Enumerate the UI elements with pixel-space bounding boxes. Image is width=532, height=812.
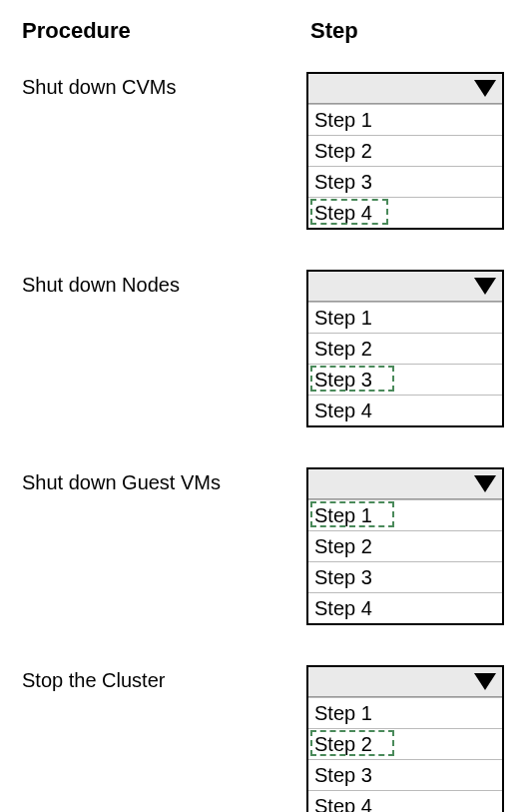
procedure-label: Shut down Nodes (22, 270, 306, 297)
dropdown-option[interactable]: Step 2 (308, 530, 502, 561)
header-step: Step (306, 18, 508, 44)
procedure-label: Shut down CVMs (22, 72, 306, 99)
dropdown-option[interactable]: Step 4 (308, 197, 502, 228)
header-procedure: Procedure (22, 18, 306, 44)
procedure-row: Shut down Nodes Step 1 Step 2 Step 3 Ste… (22, 270, 510, 427)
procedure-row: Stop the Cluster Step 1 Step 2 Step 3 St… (22, 665, 510, 812)
step-dropdown[interactable]: Step 1 Step 2 Step 3 Step 4 (306, 72, 504, 230)
dropdown-option[interactable]: Step 2 (308, 333, 502, 364)
dropdown-header[interactable] (308, 667, 502, 697)
chevron-down-icon (474, 278, 496, 295)
chevron-down-icon (474, 673, 496, 690)
dropdown-option[interactable]: Step 3 (308, 759, 502, 790)
dropdown-option[interactable]: Step 2 (308, 728, 502, 759)
procedure-row: Shut down Guest VMs Step 1 Step 2 Step 3… (22, 467, 510, 625)
chevron-down-icon (474, 80, 496, 97)
dropdown-option[interactable]: Step 3 (308, 364, 502, 395)
step-dropdown[interactable]: Step 1 Step 2 Step 3 Step 4 (306, 665, 504, 812)
dropdown-header[interactable] (308, 469, 502, 499)
dropdown-option[interactable]: Step 4 (308, 790, 502, 812)
step-dropdown[interactable]: Step 1 Step 2 Step 3 Step 4 (306, 270, 504, 427)
procedure-row: Shut down CVMs Step 1 Step 2 Step 3 Step… (22, 72, 510, 230)
procedure-label: Stop the Cluster (22, 665, 306, 692)
dropdown-option[interactable]: Step 2 (308, 135, 502, 166)
dropdown-header[interactable] (308, 272, 502, 302)
step-dropdown[interactable]: Step 1 Step 2 Step 3 Step 4 (306, 467, 504, 625)
dropdown-option[interactable]: Step 1 (308, 499, 502, 530)
dropdown-option[interactable]: Step 3 (308, 166, 502, 197)
dropdown-option[interactable]: Step 1 (308, 104, 502, 135)
dropdown-header[interactable] (308, 74, 502, 104)
header-row: Procedure Step (22, 18, 510, 44)
chevron-down-icon (474, 475, 496, 492)
dropdown-option[interactable]: Step 1 (308, 697, 502, 728)
dropdown-option[interactable]: Step 1 (308, 302, 502, 333)
dropdown-option[interactable]: Step 4 (308, 395, 502, 425)
procedure-label: Shut down Guest VMs (22, 467, 306, 494)
dropdown-option[interactable]: Step 4 (308, 592, 502, 623)
dropdown-option[interactable]: Step 3 (308, 561, 502, 592)
